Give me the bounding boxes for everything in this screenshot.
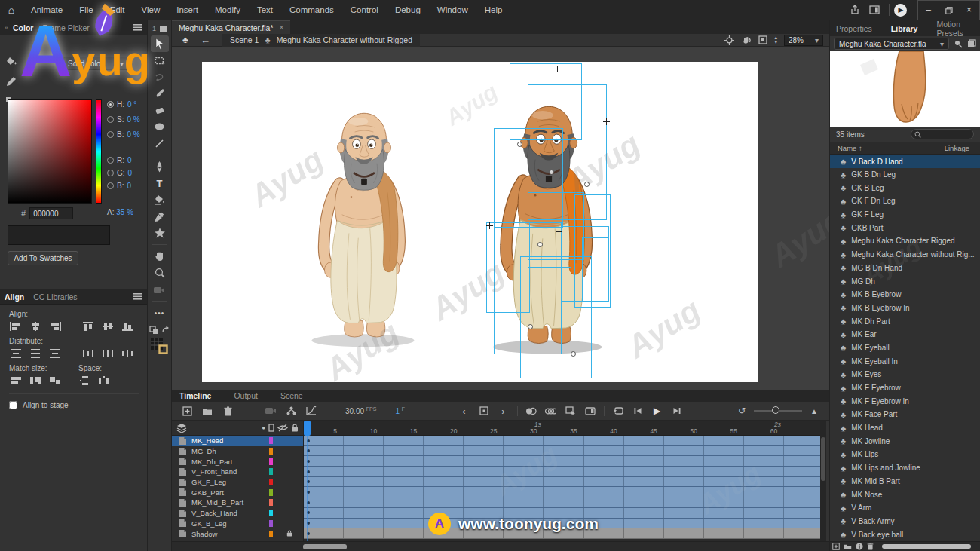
timeline-layer-row[interactable]: GK_B_Leg: [172, 519, 303, 529]
pin-library-icon[interactable]: [954, 39, 963, 48]
fill-type-select[interactable]: Solid color▾: [63, 57, 128, 70]
share-icon[interactable]: [845, 3, 865, 17]
frame-row[interactable]: [304, 436, 820, 446]
rotate-stage-icon[interactable]: [741, 35, 752, 45]
timeline-layer-row[interactable]: MK_Mid_B_Part: [172, 497, 303, 508]
library-item[interactable]: ♣ MK Lips and Jowline: [830, 461, 980, 475]
layer-lock-icon[interactable]: [286, 530, 292, 537]
timeline-layer-row[interactable]: MK_Head: [172, 436, 303, 446]
tab-cc-libraries[interactable]: CC Libraries: [33, 292, 77, 302]
panel-menu-icon[interactable]: [133, 24, 142, 31]
library-item[interactable]: ♣ GK B Dn Leg: [830, 168, 980, 182]
library-scrollbar-thumb[interactable]: [882, 544, 971, 549]
layer-color-chip[interactable]: [269, 468, 273, 475]
align-to-stage-checkbox[interactable]: [9, 401, 17, 409]
menu-item[interactable]: File: [71, 0, 102, 20]
menu-item[interactable]: Edit: [102, 0, 133, 20]
layer-color-chip[interactable]: [269, 499, 273, 506]
align-bottom-icon[interactable]: [121, 321, 134, 332]
highlight-all-icon[interactable]: ●: [262, 424, 265, 431]
align-middle-vertical-icon[interactable]: [101, 321, 115, 332]
frame-rate[interactable]: 30.00 FPS: [345, 406, 376, 415]
library-item[interactable]: ♣ MK F Eyebrow: [830, 381, 980, 395]
timeline-ruler[interactable]: 1s 2s 51015202530354045505560: [304, 421, 820, 436]
library-linkage-column[interactable]: Linkage: [945, 144, 972, 152]
stage-pasteboard[interactable]: Ayug Ayug Ayug Ayug Ayug Ayug Ayug: [172, 47, 829, 390]
rgb-row[interactable]: G:0: [107, 169, 132, 177]
graph-editor-button[interactable]: [305, 406, 317, 415]
library-item[interactable]: ♣ MK Nose: [830, 488, 980, 501]
library-item[interactable]: ♣ MK Ear: [830, 328, 980, 341]
home-icon[interactable]: ⌂: [0, 4, 23, 16]
library-item[interactable]: ♣ MK Jowline: [830, 434, 980, 448]
menu-item[interactable]: Modify: [207, 0, 249, 20]
library-item[interactable]: ♣ MG B Dn Hand: [830, 262, 980, 275]
rgb-row[interactable]: B:0: [107, 182, 131, 190]
timeline-layer-row[interactable]: GK_F_Leg: [172, 477, 303, 488]
library-search-box[interactable]: [911, 129, 974, 139]
zoom-level-select[interactable]: 28%▾: [784, 35, 823, 46]
zoom-stepper[interactable]: ▴▾: [774, 35, 777, 44]
camera-tool[interactable]: [151, 281, 169, 298]
library-item[interactable]: ♣ GKB Part: [830, 221, 980, 234]
step-forward-icon[interactable]: [671, 407, 683, 415]
timeline-layer-row[interactable]: MG_Dh: [172, 446, 303, 457]
tab-align[interactable]: Align: [5, 292, 24, 302]
library-item[interactable]: ♣ MK Eyes: [830, 368, 980, 381]
library-item[interactable]: ♣ MK Face Part: [830, 408, 980, 421]
close-button[interactable]: ×: [959, 1, 979, 20]
asset-warp-tool[interactable]: [151, 225, 169, 241]
delete-item-button[interactable]: [867, 543, 874, 550]
library-item[interactable]: ♣ MK Eyeball In: [830, 354, 980, 368]
hex-color-input[interactable]: [29, 207, 73, 219]
layer-color-chip[interactable]: [269, 437, 273, 444]
loop-icon[interactable]: [612, 406, 624, 415]
breadcrumb-scene[interactable]: Scene 1: [230, 35, 259, 44]
restore-button[interactable]: [939, 1, 959, 20]
library-item[interactable]: ♣ MK Head: [830, 421, 980, 435]
tab-close-icon[interactable]: ×: [280, 23, 284, 32]
library-item[interactable]: ♣ Meghu Kaka Character without Rig...: [830, 248, 980, 262]
new-library-panel-icon[interactable]: [967, 39, 976, 48]
layer-color-chip[interactable]: [269, 520, 273, 527]
library-item[interactable]: ♣ MK B Eyebrow In: [830, 302, 980, 315]
edit-multiple-frames-icon[interactable]: [565, 406, 577, 415]
pen-tool[interactable]: [151, 158, 169, 175]
align-top-icon[interactable]: [81, 321, 95, 332]
layer-color-chip[interactable]: [269, 531, 273, 537]
stroke-color-tool-icon[interactable]: [6, 77, 17, 87]
lock-all-icon[interactable]: [291, 424, 299, 432]
tab-library[interactable]: Library: [891, 24, 918, 33]
layer-color-chip[interactable]: [269, 458, 273, 465]
frame-row[interactable]: [304, 446, 820, 457]
advanced-layers-button[interactable]: [285, 406, 297, 415]
stage-canvas[interactable]: Ayug Ayug Ayug Ayug Ayug Ayug: [202, 62, 758, 382]
tab-scene[interactable]: Scene: [280, 391, 303, 400]
frame-row[interactable]: [304, 519, 820, 529]
alpha-row[interactable]: A: 35 %: [107, 208, 133, 216]
brush-tool[interactable]: [151, 85, 169, 102]
layer-color-chip[interactable]: [269, 479, 273, 485]
timeline-layer-row[interactable]: Shadow: [172, 528, 303, 539]
fill-color-tool-icon[interactable]: [6, 57, 17, 66]
library-item[interactable]: ♣ V Back Army: [830, 515, 980, 528]
library-search-input[interactable]: [923, 130, 970, 138]
item-properties-button[interactable]: [856, 543, 863, 550]
layer-color-chip[interactable]: [269, 489, 273, 496]
timeline-horizontal-scrollbar[interactable]: [172, 541, 829, 551]
distribute-bottom-icon[interactable]: [48, 348, 62, 359]
menu-item[interactable]: Insert: [168, 0, 207, 20]
line-tool[interactable]: [151, 135, 169, 152]
frames-area[interactable]: 1s 2s 51015202530354045505560 Ayug Ayug: [304, 421, 820, 541]
tab-frame-picker[interactable]: Frame Picker: [42, 23, 89, 32]
timeline-layer-row[interactable]: GKB_Part: [172, 487, 303, 497]
hsb-row[interactable]: S:0 %: [107, 115, 140, 124]
eraser-tool[interactable]: [151, 102, 169, 118]
symbol-clover-icon[interactable]: ♣: [182, 35, 188, 45]
snap-to-objects-icon[interactable]: [149, 326, 158, 335]
timeline-layer-row[interactable]: MK_Dh_Part: [172, 456, 303, 467]
library-item[interactable]: ♣ MK Eyeball: [830, 341, 980, 355]
match-width-icon[interactable]: [9, 375, 23, 386]
eyedropper-tool[interactable]: [151, 208, 169, 225]
menu-item[interactable]: View: [133, 0, 169, 20]
